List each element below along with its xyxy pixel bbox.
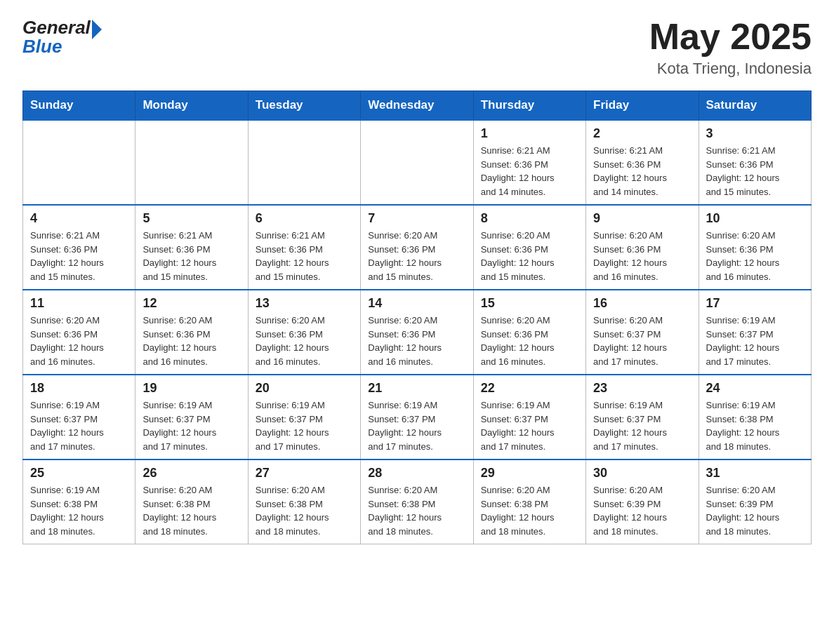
day-number: 18	[30, 381, 128, 396]
calendar-week-row: 4Sunrise: 6:21 AM Sunset: 6:36 PM Daylig…	[23, 205, 812, 290]
page-header: General Blue May 2025 Kota Trieng, Indon…	[22, 17, 812, 78]
day-number: 15	[481, 296, 578, 311]
day-info: Sunrise: 6:19 AM Sunset: 6:37 PM Dayligh…	[593, 398, 691, 453]
calendar-cell: 22Sunrise: 6:19 AM Sunset: 6:37 PM Dayli…	[473, 375, 585, 459]
weekday-header-row: SundayMondayTuesdayWednesdayThursdayFrid…	[23, 91, 812, 121]
title-block: May 2025 Kota Trieng, Indonesia	[649, 17, 812, 78]
weekday-header-friday: Friday	[586, 91, 699, 121]
day-number: 25	[30, 466, 128, 481]
calendar-week-row: 18Sunrise: 6:19 AM Sunset: 6:37 PM Dayli…	[23, 375, 812, 459]
day-info: Sunrise: 6:21 AM Sunset: 6:36 PM Dayligh…	[481, 144, 578, 199]
day-info: Sunrise: 6:20 AM Sunset: 6:38 PM Dayligh…	[256, 483, 353, 538]
day-info: Sunrise: 6:21 AM Sunset: 6:36 PM Dayligh…	[143, 229, 240, 283]
day-number: 12	[143, 296, 240, 311]
weekday-header-wednesday: Wednesday	[361, 91, 473, 121]
day-number: 31	[706, 466, 804, 481]
day-info: Sunrise: 6:19 AM Sunset: 6:37 PM Dayligh…	[30, 398, 128, 453]
day-info: Sunrise: 6:19 AM Sunset: 6:37 PM Dayligh…	[706, 314, 804, 368]
day-number: 13	[256, 296, 353, 311]
day-info: Sunrise: 6:19 AM Sunset: 6:37 PM Dayligh…	[368, 398, 465, 453]
logo-triangle-icon	[92, 20, 102, 39]
day-info: Sunrise: 6:20 AM Sunset: 6:39 PM Dayligh…	[706, 483, 804, 538]
day-number: 3	[706, 126, 804, 141]
day-info: Sunrise: 6:19 AM Sunset: 6:38 PM Dayligh…	[706, 398, 804, 453]
day-number: 23	[593, 381, 691, 396]
weekday-header-tuesday: Tuesday	[248, 91, 360, 121]
calendar-cell: 6Sunrise: 6:21 AM Sunset: 6:36 PM Daylig…	[248, 205, 360, 290]
day-number: 1	[481, 126, 578, 141]
day-info: Sunrise: 6:21 AM Sunset: 6:36 PM Dayligh…	[706, 144, 804, 199]
calendar-cell: 16Sunrise: 6:20 AM Sunset: 6:37 PM Dayli…	[586, 290, 699, 375]
day-info: Sunrise: 6:20 AM Sunset: 6:38 PM Dayligh…	[481, 483, 578, 538]
calendar-week-row: 25Sunrise: 6:19 AM Sunset: 6:38 PM Dayli…	[23, 459, 812, 544]
calendar-cell: 11Sunrise: 6:20 AM Sunset: 6:36 PM Dayli…	[23, 290, 135, 375]
weekday-header-sunday: Sunday	[23, 91, 135, 121]
calendar-cell: 18Sunrise: 6:19 AM Sunset: 6:37 PM Dayli…	[23, 375, 135, 459]
calendar-cell: 28Sunrise: 6:20 AM Sunset: 6:38 PM Dayli…	[361, 459, 473, 544]
month-year-title: May 2025	[649, 17, 812, 57]
day-number: 10	[706, 211, 804, 226]
day-info: Sunrise: 6:19 AM Sunset: 6:37 PM Dayligh…	[481, 398, 578, 453]
day-info: Sunrise: 6:21 AM Sunset: 6:36 PM Dayligh…	[30, 229, 128, 283]
calendar-cell: 5Sunrise: 6:21 AM Sunset: 6:36 PM Daylig…	[135, 205, 248, 290]
day-info: Sunrise: 6:20 AM Sunset: 6:36 PM Dayligh…	[30, 314, 128, 368]
calendar-cell: 29Sunrise: 6:20 AM Sunset: 6:38 PM Dayli…	[473, 459, 585, 544]
day-info: Sunrise: 6:20 AM Sunset: 6:36 PM Dayligh…	[256, 314, 353, 368]
calendar-cell: 8Sunrise: 6:20 AM Sunset: 6:36 PM Daylig…	[473, 205, 585, 290]
day-number: 26	[143, 466, 240, 481]
day-info: Sunrise: 6:19 AM Sunset: 6:37 PM Dayligh…	[256, 398, 353, 453]
calendar-cell	[23, 120, 135, 205]
calendar-cell: 9Sunrise: 6:20 AM Sunset: 6:36 PM Daylig…	[586, 205, 699, 290]
day-info: Sunrise: 6:20 AM Sunset: 6:38 PM Dayligh…	[368, 483, 465, 538]
day-number: 17	[706, 296, 804, 311]
calendar-cell: 26Sunrise: 6:20 AM Sunset: 6:38 PM Dayli…	[135, 459, 248, 544]
weekday-header-saturday: Saturday	[699, 91, 811, 121]
day-info: Sunrise: 6:19 AM Sunset: 6:38 PM Dayligh…	[30, 483, 128, 538]
location-subtitle: Kota Trieng, Indonesia	[649, 60, 812, 78]
day-number: 5	[143, 211, 240, 226]
day-number: 9	[593, 211, 691, 226]
calendar-cell: 31Sunrise: 6:20 AM Sunset: 6:39 PM Dayli…	[699, 459, 811, 544]
day-number: 21	[368, 381, 465, 396]
day-number: 4	[30, 211, 128, 226]
calendar-cell: 14Sunrise: 6:20 AM Sunset: 6:36 PM Dayli…	[361, 290, 473, 375]
day-number: 22	[481, 381, 578, 396]
day-info: Sunrise: 6:20 AM Sunset: 6:36 PM Dayligh…	[368, 229, 465, 283]
calendar-cell: 7Sunrise: 6:20 AM Sunset: 6:36 PM Daylig…	[361, 205, 473, 290]
day-info: Sunrise: 6:21 AM Sunset: 6:36 PM Dayligh…	[593, 144, 691, 199]
day-number: 8	[481, 211, 578, 226]
day-info: Sunrise: 6:20 AM Sunset: 6:39 PM Dayligh…	[593, 483, 691, 538]
calendar-cell: 17Sunrise: 6:19 AM Sunset: 6:37 PM Dayli…	[699, 290, 811, 375]
day-number: 2	[593, 126, 691, 141]
calendar-cell: 27Sunrise: 6:20 AM Sunset: 6:38 PM Dayli…	[248, 459, 360, 544]
calendar-cell: 20Sunrise: 6:19 AM Sunset: 6:37 PM Dayli…	[248, 375, 360, 459]
calendar-cell: 15Sunrise: 6:20 AM Sunset: 6:36 PM Dayli…	[473, 290, 585, 375]
calendar-week-row: 11Sunrise: 6:20 AM Sunset: 6:36 PM Dayli…	[23, 290, 812, 375]
day-number: 7	[368, 211, 465, 226]
day-info: Sunrise: 6:20 AM Sunset: 6:36 PM Dayligh…	[593, 229, 691, 283]
calendar-cell: 25Sunrise: 6:19 AM Sunset: 6:38 PM Dayli…	[23, 459, 135, 544]
calendar-cell: 23Sunrise: 6:19 AM Sunset: 6:37 PM Dayli…	[586, 375, 699, 459]
day-number: 20	[256, 381, 353, 396]
calendar-cell: 19Sunrise: 6:19 AM Sunset: 6:37 PM Dayli…	[135, 375, 248, 459]
day-info: Sunrise: 6:20 AM Sunset: 6:36 PM Dayligh…	[481, 314, 578, 368]
day-info: Sunrise: 6:20 AM Sunset: 6:36 PM Dayligh…	[481, 229, 578, 283]
calendar-cell: 10Sunrise: 6:20 AM Sunset: 6:36 PM Dayli…	[699, 205, 811, 290]
logo-blue-text: Blue	[22, 36, 62, 58]
calendar-cell: 21Sunrise: 6:19 AM Sunset: 6:37 PM Dayli…	[361, 375, 473, 459]
day-info: Sunrise: 6:20 AM Sunset: 6:36 PM Dayligh…	[143, 314, 240, 368]
calendar-cell: 13Sunrise: 6:20 AM Sunset: 6:36 PM Dayli…	[248, 290, 360, 375]
calendar-cell: 12Sunrise: 6:20 AM Sunset: 6:36 PM Dayli…	[135, 290, 248, 375]
day-number: 11	[30, 296, 128, 311]
day-info: Sunrise: 6:21 AM Sunset: 6:36 PM Dayligh…	[256, 229, 353, 283]
calendar-cell: 30Sunrise: 6:20 AM Sunset: 6:39 PM Dayli…	[586, 459, 699, 544]
day-info: Sunrise: 6:20 AM Sunset: 6:36 PM Dayligh…	[368, 314, 465, 368]
day-info: Sunrise: 6:20 AM Sunset: 6:37 PM Dayligh…	[593, 314, 691, 368]
day-number: 6	[256, 211, 353, 226]
calendar-cell: 3Sunrise: 6:21 AM Sunset: 6:36 PM Daylig…	[699, 120, 811, 205]
weekday-header-monday: Monday	[135, 91, 248, 121]
day-number: 24	[706, 381, 804, 396]
calendar-week-row: 1Sunrise: 6:21 AM Sunset: 6:36 PM Daylig…	[23, 120, 812, 205]
day-number: 19	[143, 381, 240, 396]
day-number: 16	[593, 296, 691, 311]
